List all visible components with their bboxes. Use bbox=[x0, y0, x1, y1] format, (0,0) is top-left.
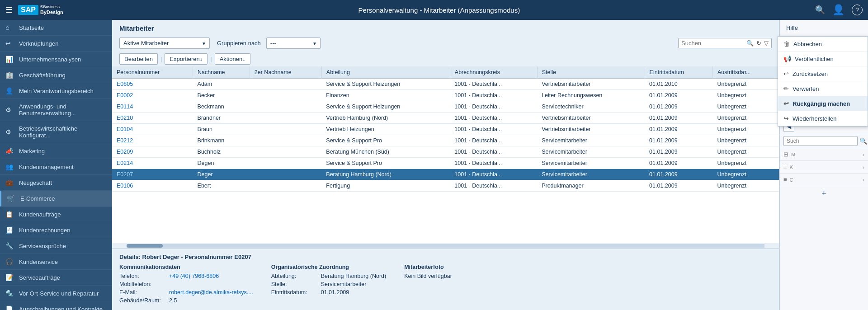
cell-0: Ebert bbox=[193, 180, 250, 192]
sidebar-item-kundenmanagement[interactable]: 👥 Kundenmanagement bbox=[0, 159, 112, 175]
email-value[interactable]: robert.deger@de.almika-refsys.... bbox=[169, 289, 253, 296]
group-by-select[interactable]: --- bbox=[266, 38, 321, 49]
cell-5: 01.01.2009 bbox=[645, 113, 712, 124]
cell-personalnummer[interactable]: E0104 bbox=[112, 124, 193, 135]
action-separator-2: | bbox=[209, 56, 212, 62]
employee-link[interactable]: E0805 bbox=[117, 81, 133, 87]
cell-personalnummer[interactable]: E0209 bbox=[112, 146, 193, 158]
aktionen-button[interactable]: Aktionen↓ bbox=[215, 53, 250, 65]
sidebar-item-label: Geschäftsführung bbox=[19, 72, 107, 79]
exportieren-button[interactable]: Exportieren↓ bbox=[165, 53, 208, 65]
sidebar-item-neugeschaeft[interactable]: 💼 Neugeschäft bbox=[0, 175, 112, 191]
sidebar-item-serviceauftraege[interactable]: 📝 Serviceaufträge bbox=[0, 270, 112, 286]
cell-personalnummer[interactable]: E0002 bbox=[112, 90, 193, 101]
cell-personalnummer[interactable]: E0805 bbox=[112, 79, 193, 90]
col-abrechnungskreis[interactable]: Abrechnungskreis bbox=[450, 66, 537, 79]
table-row[interactable]: E0209BuchholzBeratung München (Süd)1001 … bbox=[112, 146, 779, 158]
sidebar-item-geschaeftsfuehrung[interactable]: 🏢 Geschäftsführung bbox=[0, 67, 112, 83]
employee-link[interactable]: E0212 bbox=[117, 137, 133, 144]
sidebar-item-unternehmensanalysen[interactable]: 📊 Unternehmensanalysen bbox=[0, 52, 112, 67]
rp-hilfe[interactable]: Hilfe bbox=[780, 20, 868, 36]
col-abteilung[interactable]: Abteilung bbox=[321, 66, 450, 79]
filter-icon[interactable]: ▽ bbox=[764, 40, 769, 47]
sidebar-item-kundenrechnungen[interactable]: 🧾 Kundenrechnungen bbox=[0, 222, 112, 238]
dropdown-rueckgaengig[interactable]: ↩ Rückgängig machen bbox=[778, 96, 868, 111]
cell-personalnummer[interactable]: E0114 bbox=[112, 101, 193, 113]
cell-5: 01.01.2009 bbox=[645, 90, 712, 101]
chevron-right-icon[interactable]: › bbox=[863, 177, 864, 183]
sidebar-item-ausschreibungen[interactable]: 📄 Ausschreibungen und Kontrakte bbox=[0, 301, 112, 310]
col-austrittsdatum[interactable]: Austrittsdат... bbox=[712, 66, 778, 79]
help-icon[interactable]: ? bbox=[852, 5, 863, 15]
horizontal-scrollbar[interactable] bbox=[127, 244, 764, 248]
sidebar-item-serviceansprueche[interactable]: 🔧 Serviceansprüche bbox=[0, 238, 112, 254]
dropdown-veroeffentlichen[interactable]: 📢 Veröffentlichen bbox=[778, 52, 868, 66]
sidebar-item-vor-ort[interactable]: 🔩 Vor-Ort-Service und Reparatur bbox=[0, 286, 112, 301]
employee-link[interactable]: E0210 bbox=[117, 115, 133, 121]
table-row[interactable]: E0805AdamService & Support Heizungen1001… bbox=[112, 79, 779, 90]
table-row[interactable]: E0104BraunVertrieb Heizungen1001 - Deuts… bbox=[112, 124, 779, 135]
employee-link[interactable]: E0104 bbox=[117, 126, 133, 132]
cell-personalnummer[interactable]: E0212 bbox=[112, 135, 193, 146]
hamburger-menu[interactable]: ☰ bbox=[5, 5, 13, 15]
chevron-right-icon[interactable]: › bbox=[863, 152, 864, 157]
cell-0: Brinkmann bbox=[193, 135, 250, 146]
search-input[interactable] bbox=[681, 40, 745, 47]
table-row[interactable]: E0002BeckerFinanzen1001 - Deutschla...Le… bbox=[112, 90, 779, 101]
col-eintrittsdatum[interactable]: Eintrittsdatum bbox=[645, 66, 712, 79]
bearbeiten-button[interactable]: Bearbeiten bbox=[119, 53, 158, 65]
cell-4: Vertriebsmitarbeiter bbox=[537, 79, 645, 90]
sidebar-item-kundenauftraege[interactable]: 📋 Kundenaufträge bbox=[0, 207, 112, 222]
active-filter-select[interactable]: Aktive Mitarbeiter bbox=[119, 38, 210, 49]
rp-search: 🔍 bbox=[780, 134, 868, 148]
table-row[interactable]: E0212BrinkmannService & Support Pro1001 … bbox=[112, 135, 779, 146]
table-row[interactable]: E0214DegenService & Support Pro1001 - De… bbox=[112, 158, 779, 169]
employee-link[interactable]: E0207 bbox=[117, 171, 133, 178]
col-personalnummer[interactable]: Personalnummer bbox=[112, 66, 193, 79]
search-icon[interactable]: 🔍 bbox=[815, 5, 825, 15]
sidebar-item-ecommerce[interactable]: 🛒 E-Commerce bbox=[0, 191, 112, 207]
cell-2: Service & Support Heizungen bbox=[321, 79, 450, 90]
sidebar-item-verknuepfungen[interactable]: ↩ Verknüpfungen bbox=[0, 36, 112, 52]
employee-link[interactable]: E0106 bbox=[117, 183, 133, 189]
panel-add-button[interactable]: + bbox=[780, 186, 868, 201]
employee-link[interactable]: E0114 bbox=[117, 103, 133, 110]
employee-link[interactable]: E0209 bbox=[117, 149, 133, 155]
sidebar-item-anwendungen[interactable]: ⚙ Anwendungs- und Benutzerverwaltung... bbox=[0, 99, 112, 121]
sidebar-item-startseite[interactable]: ⌂ Startseite bbox=[0, 20, 112, 36]
table-row[interactable]: E0207DegerBeratung Hamburg (Nord)1001 - … bbox=[112, 169, 779, 180]
employee-link[interactable]: E0214 bbox=[117, 160, 133, 166]
sidebar-item-verantwortung[interactable]: 👤 Mein Verantwortungsbereich bbox=[0, 83, 112, 99]
search-submit-icon[interactable]: 🔍 bbox=[746, 40, 754, 47]
col-stelle[interactable]: Stelle bbox=[537, 66, 645, 79]
table-row[interactable]: E0106EbertFertigung1001 - Deutschla...Pr… bbox=[112, 180, 779, 192]
dropdown-zuruecksetzen[interactable]: ↩ Zurücksetzen bbox=[778, 66, 868, 81]
cell-personalnummer[interactable]: E0207 bbox=[112, 169, 193, 180]
megaphone-icon: 📣 bbox=[5, 147, 15, 155]
link-icon: ↩ bbox=[5, 40, 15, 47]
foto-row: Kein Bild verfügbar bbox=[404, 273, 452, 279]
dropdown-verwerfen[interactable]: ✏ Verwerfen bbox=[778, 81, 868, 96]
rp-search-input[interactable] bbox=[783, 136, 858, 146]
col-nachname2[interactable]: 2er Nachname bbox=[250, 66, 321, 79]
sidebar-item-label: Ausschreibungen und Kontrakte bbox=[19, 306, 107, 310]
dropdown-abbrechen[interactable]: 🗑 Abbrechen bbox=[778, 37, 868, 52]
cell-0: Deger bbox=[193, 169, 250, 180]
refresh-icon[interactable]: ↻ bbox=[756, 40, 761, 47]
sidebar-item-kundenservice[interactable]: 🎧 Kundenservice bbox=[0, 254, 112, 270]
user-avatar[interactable]: 👤 bbox=[832, 4, 844, 16]
chevron-right-icon[interactable]: › bbox=[863, 164, 864, 170]
cell-personalnummer[interactable]: E0214 bbox=[112, 158, 193, 169]
rp-search-icon[interactable]: 🔍 bbox=[859, 137, 867, 145]
sidebar-item-label: Marketing bbox=[19, 148, 107, 155]
sidebar-item-betriebswirtschaft[interactable]: ⚙ Betriebswirtschaftliche Konfigurat... bbox=[0, 121, 112, 143]
dropdown-wiederherstellen[interactable]: ↪ Wiederherstellen bbox=[778, 111, 868, 126]
table-row[interactable]: E0210BrandnerVertrieb Hamburg (Nord)1001… bbox=[112, 113, 779, 124]
details-grid: Kommunikationsdaten Telefon: +49 (40) 79… bbox=[119, 264, 772, 305]
col-nachname[interactable]: Nachname bbox=[193, 66, 250, 79]
employee-link[interactable]: E0002 bbox=[117, 92, 133, 99]
cell-personalnummer[interactable]: E0210 bbox=[112, 113, 193, 124]
sidebar-item-marketing[interactable]: 📣 Marketing bbox=[0, 143, 112, 159]
cell-personalnummer[interactable]: E0106 bbox=[112, 180, 193, 192]
table-row[interactable]: E0114BeckmannService & Support Heizungen… bbox=[112, 101, 779, 113]
